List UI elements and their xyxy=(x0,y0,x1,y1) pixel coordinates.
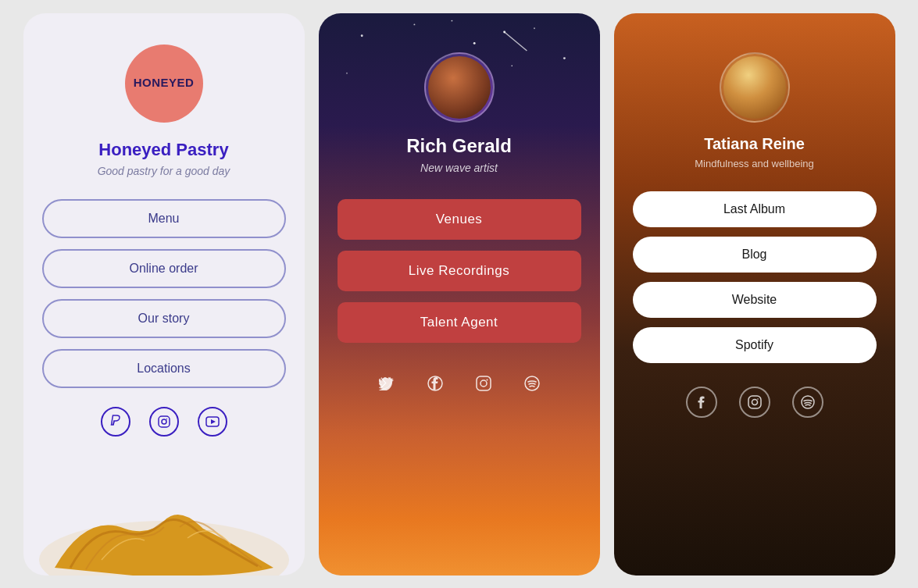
talent-agent-button[interactable]: Talent Agent xyxy=(338,302,581,343)
croissant-image xyxy=(23,466,305,576)
brand-name: Honeyed Pastry xyxy=(98,140,228,160)
svg-point-18 xyxy=(480,380,487,387)
svg-point-12 xyxy=(451,20,452,21)
youtube-icon[interactable] xyxy=(198,407,227,437)
svg-point-19 xyxy=(486,379,488,380)
instagram-icon[interactable] xyxy=(149,407,179,437)
card-honeyed-pastry: HONEYED Honeyed Pastry Good pastry for a… xyxy=(23,13,305,576)
svg-point-15 xyxy=(503,30,505,33)
brand-logo: HONEYED xyxy=(125,45,203,123)
svg-point-22 xyxy=(752,399,757,404)
our-story-button[interactable]: Our story xyxy=(42,299,286,338)
website-button[interactable]: Website xyxy=(633,282,877,318)
artist-subtitle: New wave artist xyxy=(420,162,498,174)
facebook-icon[interactable] xyxy=(420,368,451,399)
svg-point-23 xyxy=(757,398,759,400)
twitter-icon[interactable] xyxy=(371,368,402,399)
svg-point-6 xyxy=(360,34,363,37)
social-links xyxy=(371,368,548,399)
svg-point-13 xyxy=(511,65,513,66)
blog-button[interactable]: Blog xyxy=(633,237,877,273)
instagram-icon[interactable] xyxy=(739,387,770,418)
card-tatiana-reine: Tatiana Reine Mindfulness and wellbeing … xyxy=(614,13,895,576)
social-links xyxy=(686,387,823,418)
online-order-button[interactable]: Online order xyxy=(42,249,286,288)
artist-name: Rich Gerald xyxy=(406,135,512,157)
facebook-icon[interactable] xyxy=(686,387,717,418)
brand-tagline: Good pastry for a good day xyxy=(98,165,230,177)
logo-text: HONEYED xyxy=(134,77,195,90)
spotify-icon[interactable] xyxy=(792,387,823,418)
spotify-button[interactable]: Spotify xyxy=(633,327,877,363)
spotify-icon[interactable] xyxy=(516,368,548,399)
live-recordings-button[interactable]: Live Recordings xyxy=(338,251,581,291)
svg-rect-21 xyxy=(748,396,761,408)
svg-point-8 xyxy=(473,41,475,44)
svg-rect-0 xyxy=(159,416,170,427)
svg-marker-4 xyxy=(211,419,216,424)
svg-point-1 xyxy=(162,419,166,424)
svg-point-2 xyxy=(166,418,166,419)
svg-point-7 xyxy=(413,23,415,25)
svg-point-9 xyxy=(534,27,535,29)
last-album-button[interactable]: Last Album xyxy=(633,191,877,227)
artist-avatar xyxy=(424,52,495,123)
menu-button[interactable]: Menu xyxy=(42,199,286,238)
artist-avatar xyxy=(720,52,790,123)
artist-subtitle: Mindfulness and wellbeing xyxy=(695,158,813,169)
instagram-icon[interactable] xyxy=(468,368,499,399)
svg-line-14 xyxy=(504,32,527,51)
paypal-icon[interactable] xyxy=(101,407,130,437)
svg-point-10 xyxy=(563,57,565,59)
locations-button[interactable]: Locations xyxy=(42,349,286,388)
artist-name: Tatiana Reine xyxy=(704,135,805,153)
svg-rect-17 xyxy=(477,376,491,390)
svg-point-11 xyxy=(346,72,348,73)
card-rich-gerald: Rich Gerald New wave artist Venues Live … xyxy=(319,13,600,576)
social-links xyxy=(101,407,227,437)
venues-button[interactable]: Venues xyxy=(338,199,581,240)
